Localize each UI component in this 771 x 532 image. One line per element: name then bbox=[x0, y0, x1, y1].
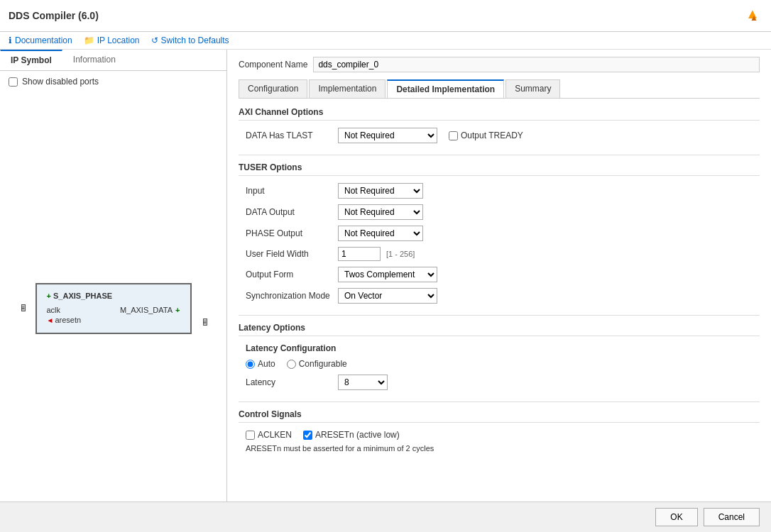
app-title: DDS Compiler (6.0) bbox=[9, 10, 99, 21]
left-tabs: IP Symbol Information bbox=[0, 50, 226, 71]
aclken-option: ACLKEN bbox=[246, 430, 292, 440]
data-output-select[interactable]: Not Required Pass Through User Defined bbox=[338, 204, 423, 220]
configurable-label: Configurable bbox=[299, 359, 347, 369]
output-form-select[interactable]: Twos Complement Sign Magnitude bbox=[338, 267, 437, 282]
ip-canvas: ≡ ≡ + S_AXIS_PHASE aclk M_AXIS_DATA bbox=[0, 92, 226, 525]
axi-channel-title: AXI Channel Options bbox=[239, 107, 760, 121]
aresetn-info-text: ARESETn must be asserted for a minimum o… bbox=[246, 444, 760, 453]
main-tabs: Configuration Implementation Detailed Im… bbox=[239, 79, 760, 99]
ok-button[interactable]: OK bbox=[655, 508, 697, 526]
sync-mode-select[interactable]: On Vector On Packet bbox=[338, 288, 437, 304]
data-output-row: DATA Output Not Required Pass Through Us… bbox=[246, 204, 760, 220]
aclken-checkbox[interactable] bbox=[246, 431, 255, 440]
documentation-label: Documentation bbox=[15, 35, 72, 45]
right-panel: Component Name Configuration Implementat… bbox=[227, 50, 771, 525]
data-output-label: DATA Output bbox=[246, 207, 338, 217]
component-name-input[interactable] bbox=[313, 57, 760, 72]
folder-icon: 📁 bbox=[84, 35, 94, 45]
ip-location-label: IP Location bbox=[97, 35, 140, 45]
control-signals-section: Control Signals ACLKEN ARESETn (active l… bbox=[239, 409, 760, 453]
output-tready-label: Output TREADY bbox=[461, 131, 523, 140]
latency-config-title: Latency Configuration bbox=[246, 343, 760, 353]
switch-to-defaults-label: Switch to Defaults bbox=[161, 35, 229, 45]
data-has-tlast-label: DATA Has TLAST bbox=[246, 131, 338, 140]
configurable-radio-option: Configurable bbox=[287, 359, 347, 369]
ip-location-link[interactable]: 📁 IP Location bbox=[84, 35, 140, 45]
tuser-title: TUSER Options bbox=[239, 162, 760, 176]
data-has-tlast-select[interactable]: Not Required Pass Through End of Frame S… bbox=[338, 128, 437, 143]
tab-ip-symbol[interactable]: IP Symbol bbox=[0, 50, 62, 70]
output-form-row: Output Form Twos Complement Sign Magnitu… bbox=[246, 267, 760, 282]
aclken-label: ACLKEN bbox=[258, 430, 292, 440]
port-aresetn: aresetn bbox=[55, 316, 81, 324]
aresetn-arrow-icon: ◄ bbox=[47, 316, 54, 324]
output-tready-row: Output TREADY bbox=[449, 131, 523, 140]
latency-title: Latency Options bbox=[239, 323, 760, 336]
control-signals-checkboxes: ACLKEN ARESETn (active low) bbox=[246, 430, 760, 440]
refresh-icon: ↺ bbox=[151, 35, 158, 45]
tuser-input-select[interactable]: Not Required Pass Through User Defined bbox=[338, 183, 423, 199]
ip-port-row-aclk: aclk M_AXIS_DATA + bbox=[47, 306, 180, 314]
toolbar: ℹ Documentation 📁 IP Location ↺ Switch t… bbox=[0, 32, 771, 50]
auto-radio-option: Auto bbox=[246, 359, 275, 369]
component-name-label: Component Name bbox=[239, 60, 307, 70]
switch-to-defaults-link[interactable]: ↺ Switch to Defaults bbox=[151, 35, 229, 45]
header: DDS Compiler (6.0) bbox=[0, 0, 771, 32]
show-ports-row: Show disabled ports bbox=[0, 71, 226, 92]
phase-output-label: PHASE Output bbox=[246, 228, 338, 238]
auto-radio[interactable] bbox=[246, 360, 255, 369]
aresetn-label: ARESETn (active low) bbox=[315, 430, 400, 440]
show-disabled-ports-label: Show disabled ports bbox=[22, 77, 99, 87]
aresetn-option: ARESETn (active low) bbox=[303, 430, 400, 440]
tab-configuration[interactable]: Configuration bbox=[239, 79, 307, 98]
main-layout: IP Symbol Information Show disabled port… bbox=[0, 50, 771, 525]
phase-output-row: PHASE Output Not Required Pass Through U… bbox=[246, 226, 760, 241]
user-field-width-label: User Field Width bbox=[246, 249, 338, 259]
user-field-width-range: [1 - 256] bbox=[386, 250, 415, 258]
tuser-section: TUSER Options Input Not Required Pass Th… bbox=[239, 162, 760, 304]
latency-section: Latency Options Latency Configuration Au… bbox=[239, 323, 760, 390]
ip-symbol-block: + S_AXIS_PHASE aclk M_AXIS_DATA + ◄ bbox=[35, 283, 192, 334]
output-form-label: Output Form bbox=[246, 270, 338, 279]
component-name-row: Component Name bbox=[239, 57, 760, 72]
configurable-radio[interactable] bbox=[287, 360, 296, 369]
data-has-tlast-row: DATA Has TLAST Not Required Pass Through… bbox=[246, 128, 760, 143]
ip-block-title-text: S_AXIS_PHASE bbox=[53, 292, 112, 300]
latency-radio-group: Auto Configurable bbox=[246, 359, 760, 369]
latency-row: Latency 8 6 7 9 10 bbox=[246, 375, 760, 390]
tab-information[interactable]: Information bbox=[62, 50, 126, 70]
show-disabled-ports-checkbox[interactable] bbox=[9, 77, 18, 87]
port-aclk: aclk bbox=[47, 306, 61, 314]
bottom-bar: OK Cancel bbox=[0, 501, 771, 532]
sync-mode-label: Synchronization Mode bbox=[246, 291, 338, 301]
latency-label: Latency bbox=[246, 377, 338, 387]
port-plus-icon: + bbox=[47, 292, 53, 300]
sync-mode-row: Synchronization Mode On Vector On Packet bbox=[246, 288, 760, 304]
output-tready-checkbox[interactable] bbox=[449, 131, 458, 140]
phase-output-select[interactable]: Not Required Pass Through User Defined bbox=[338, 226, 423, 241]
tuser-input-label: Input bbox=[246, 186, 338, 196]
port-plus-right-icon: + bbox=[175, 306, 180, 314]
ip-port-row-aresetn: ◄ aresetn bbox=[47, 316, 180, 324]
altera-logo bbox=[743, 6, 762, 26]
tab-implementation[interactable]: Implementation bbox=[309, 79, 386, 98]
auto-label: Auto bbox=[258, 359, 275, 369]
port-m-axis-data: M_AXIS_DATA bbox=[120, 306, 173, 314]
control-signals-title: Control Signals bbox=[239, 409, 760, 423]
latency-select[interactable]: 8 6 7 9 10 bbox=[338, 375, 388, 390]
cancel-button[interactable]: Cancel bbox=[704, 508, 760, 526]
user-field-width-row: User Field Width [1 - 256] bbox=[246, 247, 760, 261]
left-panel: IP Symbol Information Show disabled port… bbox=[0, 50, 227, 525]
tuser-input-row: Input Not Required Pass Through User Def… bbox=[246, 183, 760, 199]
aresetn-checkbox[interactable] bbox=[303, 431, 312, 440]
info-icon: ℹ bbox=[9, 35, 12, 45]
tab-summary[interactable]: Summary bbox=[505, 79, 560, 98]
documentation-link[interactable]: ℹ Documentation bbox=[9, 35, 72, 45]
user-field-width-input[interactable] bbox=[338, 247, 381, 261]
axi-channel-section: AXI Channel Options DATA Has TLAST Not R… bbox=[239, 107, 760, 143]
tab-detailed-implementation[interactable]: Detailed Implementation bbox=[387, 79, 504, 98]
